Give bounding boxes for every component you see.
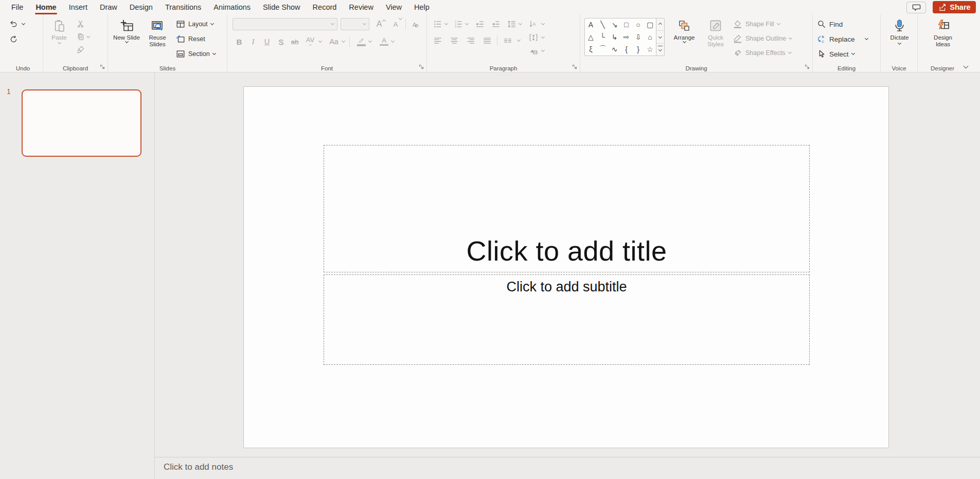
highlight-color-button[interactable] [354, 35, 368, 48]
section-button[interactable]: Section [176, 48, 216, 60]
columns-button[interactable] [501, 34, 514, 46]
menu-tab-help[interactable]: Help [408, 0, 436, 14]
font-color-chevron[interactable] [391, 39, 395, 43]
numbering-button[interactable] [452, 18, 465, 30]
share-button[interactable]: Share [933, 1, 976, 13]
shape-rectangle-icon[interactable]: □ [620, 19, 632, 31]
shape-rounded-rectangle-icon[interactable]: ▢ [644, 19, 656, 31]
undo-dropdown-chevron[interactable] [22, 21, 25, 25]
menu-tab-record[interactable]: Record [307, 0, 343, 14]
dictate-chevron[interactable] [898, 41, 901, 45]
design-ideas-button[interactable]: Design Ideas [928, 18, 958, 48]
underline-button[interactable]: U [260, 35, 274, 48]
character-spacing-chevron[interactable] [318, 39, 322, 43]
notes-pane[interactable]: Click to add notes [155, 457, 980, 479]
menu-tab-transitions[interactable]: Transitions [159, 0, 207, 14]
format-painter-button[interactable] [74, 44, 87, 56]
shape-fill-button[interactable]: Shape Fill [733, 18, 792, 30]
find-button[interactable]: Find [817, 18, 868, 30]
menu-tab-animations[interactable]: Animations [207, 0, 257, 14]
drawing-dialog-launcher[interactable] [804, 63, 811, 70]
italic-button[interactable]: I [246, 35, 260, 48]
arrange-button[interactable]: Arrange [669, 18, 699, 59]
cut-button[interactable] [74, 18, 87, 30]
convert-smartart-button[interactable] [527, 45, 540, 57]
undo-button[interactable] [7, 18, 20, 30]
new-slide-chevron[interactable] [124, 40, 128, 43]
shape-outline-button[interactable]: Shape Outline [733, 32, 792, 45]
repeat-button[interactable] [7, 33, 20, 45]
shape-line-icon[interactable]: ╲ [597, 19, 609, 31]
shape-oval-icon[interactable]: ○ [632, 19, 644, 31]
increase-indent-button[interactable] [489, 18, 502, 30]
reset-button[interactable]: Reset [176, 33, 216, 45]
text-shadow-button[interactable]: S [274, 35, 288, 48]
highlight-color-chevron[interactable] [368, 39, 372, 43]
font-name-combobox[interactable] [233, 18, 337, 30]
title-placeholder[interactable]: Click to add title [324, 145, 810, 272]
font-color-button[interactable]: A [377, 35, 391, 48]
menu-tab-home[interactable]: Home [29, 0, 62, 14]
align-center-button[interactable] [448, 34, 460, 46]
bold-button[interactable]: B [233, 35, 246, 48]
replace-button[interactable]: Replace [817, 33, 868, 45]
grow-font-button[interactable]: A [372, 18, 386, 30]
subtitle-placeholder[interactable]: Click to add subtitle [324, 274, 810, 365]
shape-arrow-down-icon[interactable]: ⇩ [632, 31, 644, 43]
arrange-chevron[interactable] [682, 40, 686, 43]
paste-button[interactable]: Paste [47, 18, 71, 56]
text-direction-chevron[interactable] [541, 21, 545, 25]
bullets-chevron[interactable] [444, 21, 448, 25]
change-case-button[interactable]: Aa [326, 35, 342, 48]
shape-effects-button[interactable]: Shape Effects [733, 47, 792, 59]
text-direction-button[interactable] [527, 18, 540, 30]
shape-right-brace-icon[interactable]: } [632, 43, 644, 56]
shape-text-box-icon[interactable]: A [585, 19, 597, 31]
menu-tab-insert[interactable]: Insert [63, 0, 94, 14]
quick-styles-button[interactable]: Quick Styles [704, 18, 727, 59]
shape-left-brace-icon[interactable]: { [620, 43, 632, 56]
font-size-combobox[interactable] [341, 18, 369, 30]
reuse-slides-button[interactable]: Reuse Slides [143, 18, 172, 60]
shape-freeform-icon[interactable]: ⌂ [644, 31, 656, 43]
line-spacing-button[interactable] [505, 18, 518, 30]
layout-button[interactable]: Layout [176, 18, 216, 30]
slide-thumbnail[interactable] [22, 89, 141, 157]
shape-elbow-connector-icon[interactable]: └ [597, 31, 609, 43]
collapse-ribbon-button[interactable] [958, 61, 973, 70]
font-dialog-launcher[interactable] [418, 63, 425, 70]
clear-formatting-button[interactable] [409, 18, 422, 30]
shape-curve-icon[interactable]: ∿ [609, 43, 620, 56]
shape-triangle-icon[interactable]: △ [585, 31, 597, 43]
justify-button[interactable] [480, 34, 493, 46]
menu-tab-slideshow[interactable]: Slide Show [257, 0, 307, 14]
align-text-button[interactable] [527, 31, 540, 43]
paste-dropdown-chevron[interactable] [57, 41, 61, 44]
line-spacing-chevron[interactable] [519, 21, 522, 25]
new-slide-button[interactable]: New Slide [112, 18, 141, 60]
gallery-scroll-up-button[interactable] [656, 19, 664, 30]
slide-canvas[interactable]: Click to add title Click to add subtitle [243, 86, 889, 448]
paragraph-dialog-launcher[interactable] [571, 63, 578, 70]
numbering-chevron[interactable] [465, 21, 469, 25]
gallery-more-button[interactable] [656, 43, 664, 56]
change-case-chevron[interactable] [342, 39, 345, 43]
copy-button[interactable] [74, 31, 87, 43]
menu-tab-design[interactable]: Design [123, 0, 159, 14]
bullets-button[interactable] [431, 18, 444, 30]
strikethrough-button[interactable]: ab [288, 35, 301, 48]
shape-arc-icon[interactable]: ⌒ [597, 43, 609, 56]
menu-tab-view[interactable]: View [380, 0, 408, 14]
menu-tab-review[interactable]: Review [343, 0, 380, 14]
gallery-scroll-down-button[interactable] [656, 30, 664, 43]
dictate-button[interactable]: Dictate [885, 18, 914, 44]
shape-scribble-icon[interactable]: ξ [585, 43, 597, 56]
select-button[interactable]: Select [817, 48, 868, 60]
shrink-font-button[interactable]: A [389, 18, 402, 30]
shape-star-icon[interactable]: ☆ [644, 43, 656, 56]
columns-chevron[interactable] [517, 38, 521, 41]
align-text-chevron[interactable] [541, 34, 545, 38]
menu-tab-file[interactable]: File [5, 0, 29, 14]
align-left-button[interactable] [431, 34, 444, 46]
character-spacing-button[interactable]: AV [302, 35, 318, 48]
